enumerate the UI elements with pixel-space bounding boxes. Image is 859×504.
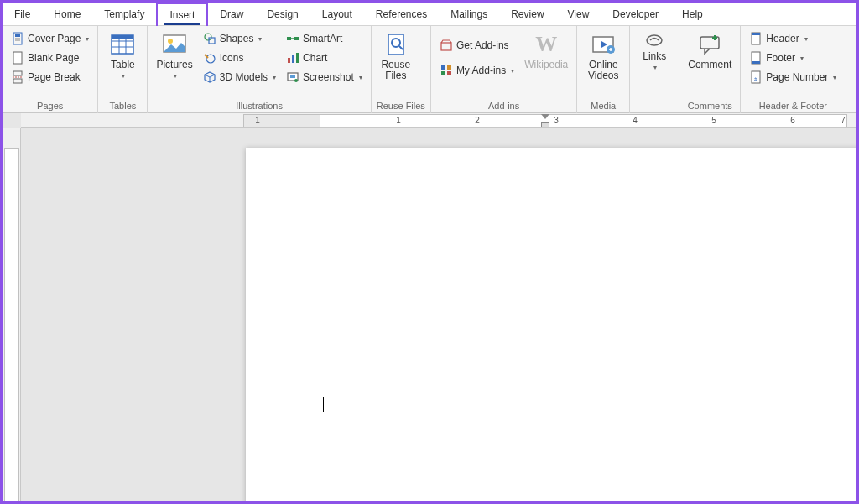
icons-button[interactable]: Icons xyxy=(200,49,279,67)
tab-layout[interactable]: Layout xyxy=(310,3,364,26)
group-illustrations: Pictures ▾ Shapes ▾ Icons xyxy=(148,26,371,113)
online-videos-label: Online Videos xyxy=(586,60,621,81)
shapes-button[interactable]: Shapes ▾ xyxy=(200,29,279,48)
chevron-down-icon: ▾ xyxy=(800,55,804,62)
shapes-label: Shapes xyxy=(220,33,254,44)
text-cursor xyxy=(323,397,324,412)
links-label: Links xyxy=(643,51,666,62)
svg-rect-36 xyxy=(447,65,451,70)
document-page[interactable] xyxy=(246,148,856,504)
svg-rect-17 xyxy=(209,38,215,44)
screenshot-label: Screenshot xyxy=(303,71,354,83)
comment-button[interactable]: Comment xyxy=(685,29,735,72)
store-icon xyxy=(440,39,453,52)
chevron-down-icon: ▾ xyxy=(653,64,657,71)
tab-draw[interactable]: Draw xyxy=(208,3,255,26)
reuse-files-button[interactable]: Reuse Files xyxy=(377,29,415,83)
svg-rect-25 xyxy=(288,58,290,63)
tab-home[interactable]: Home xyxy=(42,3,92,26)
tab-file[interactable]: File xyxy=(3,3,42,26)
header-label: Header xyxy=(766,33,799,44)
cube-icon xyxy=(203,70,216,84)
ribbon: Cover Page ▾ Blank Page Page Break Page xyxy=(3,26,856,113)
tab-design[interactable]: Design xyxy=(255,3,310,26)
svg-rect-51 xyxy=(752,61,760,64)
vertical-ruler[interactable] xyxy=(3,128,21,504)
online-videos-button[interactable]: Online Videos xyxy=(582,29,624,83)
svg-line-19 xyxy=(205,55,208,58)
svg-rect-26 xyxy=(292,55,294,63)
smartart-button[interactable]: SmartArt xyxy=(283,29,366,48)
indent-marker-bottom-icon[interactable] xyxy=(541,122,549,127)
svg-rect-38 xyxy=(447,71,451,75)
svg-rect-4 xyxy=(13,52,22,64)
pictures-button[interactable]: Pictures ▾ xyxy=(153,29,195,81)
get-addins-button[interactable]: Get Add-ins xyxy=(436,36,518,55)
3d-models-button[interactable]: 3D Models ▾ xyxy=(200,68,279,86)
ruler-num: 1 xyxy=(255,116,260,125)
screenshot-icon xyxy=(286,70,299,84)
my-addins-button[interactable]: My Add-ins ▾ xyxy=(436,61,518,80)
svg-point-30 xyxy=(294,79,298,82)
group-addins-label: Add-ins xyxy=(436,99,571,113)
ruler-num: 4 xyxy=(633,116,638,125)
blank-page-button[interactable]: Blank Page xyxy=(8,49,92,67)
my-addins-label: My Add-ins xyxy=(456,65,506,76)
chevron-down-icon: ▾ xyxy=(122,72,125,80)
screenshot-button[interactable]: Screenshot ▾ xyxy=(283,68,366,86)
icons-icon xyxy=(203,51,216,65)
ruler-num: 3 xyxy=(554,116,559,125)
page-break-icon xyxy=(11,70,24,84)
group-media-label: Media xyxy=(582,99,624,113)
header-button[interactable]: Header ▾ xyxy=(746,29,840,48)
chevron-down-icon: ▾ xyxy=(258,35,262,43)
shapes-icon xyxy=(203,32,216,45)
tab-references[interactable]: References xyxy=(364,3,439,26)
links-button[interactable]: Links ▾ xyxy=(635,29,674,73)
footer-icon xyxy=(749,51,763,65)
ribbon-tabs: File Home Templafy Insert Draw Design La… xyxy=(3,3,856,26)
tab-view[interactable]: View xyxy=(556,3,601,26)
comment-label: Comment xyxy=(688,60,731,70)
group-comments: Comment Comments xyxy=(679,26,741,113)
indent-marker-icon[interactable] xyxy=(541,114,549,119)
svg-point-15 xyxy=(168,39,173,44)
reuse-files-label: Reuse Files xyxy=(380,60,412,81)
group-links: Links ▾ xyxy=(630,26,679,113)
tab-insert[interactable]: Insert xyxy=(156,3,208,26)
svg-rect-23 xyxy=(294,37,299,40)
wikipedia-icon: W xyxy=(533,31,560,58)
svg-rect-29 xyxy=(290,75,295,78)
table-button[interactable]: Table ▾ xyxy=(103,29,142,81)
tab-review[interactable]: Review xyxy=(499,3,555,26)
get-addins-label: Get Add-ins xyxy=(456,39,509,51)
wikipedia-button[interactable]: W Wikipedia xyxy=(521,29,571,72)
pictures-icon xyxy=(161,31,188,58)
table-label: Table xyxy=(111,60,135,70)
cover-page-button[interactable]: Cover Page ▾ xyxy=(8,29,92,48)
chart-button[interactable]: Chart xyxy=(283,49,366,67)
tab-mailings[interactable]: Mailings xyxy=(439,3,499,26)
svg-rect-13 xyxy=(112,35,133,39)
header-icon xyxy=(749,32,763,45)
svg-rect-34 xyxy=(441,43,451,50)
group-comments-label: Comments xyxy=(685,99,735,113)
tab-templafy[interactable]: Templafy xyxy=(92,3,156,26)
tab-developer[interactable]: Developer xyxy=(601,3,670,26)
tab-help[interactable]: Help xyxy=(670,3,715,26)
chart-label: Chart xyxy=(303,52,327,64)
footer-button[interactable]: Footer ▾ xyxy=(746,49,840,67)
page-break-label: Page Break xyxy=(28,71,81,83)
ruler-num: 5 xyxy=(711,116,716,125)
footer-label: Footer xyxy=(766,52,795,64)
chevron-down-icon: ▾ xyxy=(804,35,808,43)
svg-point-16 xyxy=(205,34,211,40)
svg-text:#: # xyxy=(754,76,757,82)
svg-rect-1 xyxy=(15,34,20,37)
page-number-button[interactable]: # Page Number ▾ xyxy=(746,68,840,86)
page-break-button[interactable]: Page Break xyxy=(8,68,92,86)
cover-page-icon xyxy=(11,32,24,45)
svg-rect-35 xyxy=(441,65,445,70)
horizontal-ruler[interactable]: 1 1 2 3 4 5 6 7 xyxy=(21,113,856,128)
3d-models-label: 3D Models xyxy=(220,71,268,83)
